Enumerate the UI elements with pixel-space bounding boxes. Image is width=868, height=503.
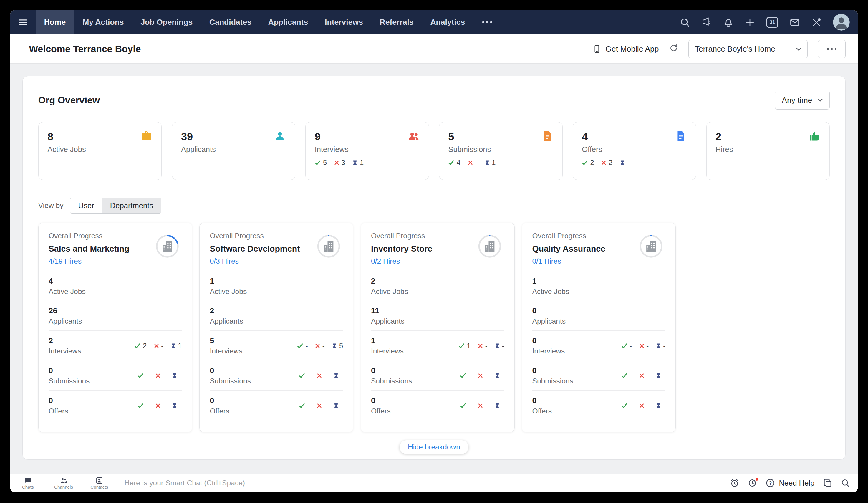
channels-label: Channels [54,484,73,490]
rejected-count: - [317,402,327,410]
stat-breakdown: - - 5 [297,342,343,350]
page-header: Welcome Terrance Boyle Get Mobile App Te… [10,34,858,64]
stat-breakdown: 4 - 1 [448,159,553,167]
nav-item-interviews[interactable]: Interviews [317,10,372,34]
tools-icon[interactable] [811,17,822,28]
department-card-inventory-store[interactable]: Overall Progress Inventory Store 0/2 Hir… [361,223,515,432]
dept-stat-interviews: 0Interviews - - - [533,330,666,360]
dept-stat-interviews: 2Interviews 2 - 1 [49,330,182,360]
header-more-button[interactable] [818,40,846,58]
overall-progress-label: Overall Progress [371,232,432,240]
dept-stat-submissions: 0Submissions - - - [49,360,182,390]
contacts-button[interactable]: Contacts [82,474,117,492]
recent-activity-icon[interactable] [747,478,757,488]
pending-count: 1 [352,159,364,167]
toggle-departments[interactable]: Departments [102,198,161,214]
notifications-icon[interactable] [723,17,734,28]
calendar-icon[interactable]: 31 [766,17,778,28]
overall-progress-label: Overall Progress [49,232,130,240]
building-progress-icon [475,232,504,261]
add-icon[interactable] [745,17,755,28]
rejected-count: 3 [334,159,345,167]
refresh-icon[interactable] [669,43,678,55]
stat-label: Interviews [315,145,420,154]
nav-item-candidates[interactable]: Candidates [201,10,260,34]
reminders-icon[interactable] [730,478,739,488]
dept-stat-submissions: 0Submissions - - - [210,360,343,390]
hires-link[interactable]: 0/2 Hires [371,257,400,265]
nav-item-job-openings[interactable]: Job Openings [132,10,201,34]
hires-link[interactable]: 0/3 Hires [210,257,238,265]
copy-icon[interactable] [823,478,833,488]
rejected-count: - [478,372,488,380]
department-card-software-development[interactable]: Overall Progress Software Development 0/… [199,223,353,432]
smart-chat-bar: Chats Channels Contacts ? Need He [10,474,858,492]
completed-count: - [299,372,309,380]
stat-card-applicants[interactable]: 39 Applicants [172,122,296,180]
completed-count: - [299,402,309,410]
stat-value: 5 [448,131,553,143]
nav-more-icon[interactable] [474,10,501,34]
calendar-day: 31 [769,19,775,25]
stat-card-offers[interactable]: 4 Offers 2 2 [573,122,696,180]
stat-label: Active Jobs [48,145,153,154]
avatar[interactable] [833,14,850,31]
department-name: Software Development [210,244,300,254]
main-content: Org Overview Any time 8 Active Jobs [10,64,858,474]
interviews-icon [407,130,420,142]
hide-breakdown-link[interactable]: Hide breakdown [400,440,469,454]
hires-link[interactable]: 0/1 Hires [533,257,561,265]
topnav-actions: 31 [680,10,858,34]
chevron-down-icon [796,48,802,51]
need-help-button[interactable]: ? Need Help [766,478,814,488]
smart-chat-input[interactable] [124,479,730,487]
dept-stat-applicants: 0Applicants [533,301,666,330]
search-icon[interactable] [841,478,850,488]
channels-icon [60,477,68,484]
nav-item-my-actions[interactable]: My Actions [74,10,132,34]
get-mobile-app-button[interactable]: Get Mobile App [592,44,659,54]
dept-stat-offers: 0Offers - - - [533,390,666,420]
chats-label: Chats [22,484,34,490]
dept-stat-interviews: 5Interviews - - 5 [210,330,343,360]
stat-card-interviews[interactable]: 9 Interviews 5 3 [305,122,429,180]
nav-item-home[interactable]: Home [35,10,74,34]
nav-item-analytics[interactable]: Analytics [422,10,474,34]
stat-breakdown: - - - [460,402,504,410]
department-name: Inventory Store [371,244,432,254]
rejected-count: - [468,159,478,167]
chats-button[interactable]: Chats [10,474,45,492]
building-progress-icon [314,232,343,261]
department-card-quality-assurance[interactable]: Overall Progress Quality Assurance 0/1 H… [522,223,676,432]
hamburger-menu-icon[interactable] [10,10,35,34]
dept-stat-active-jobs: 1Active Jobs [533,271,666,301]
help-icon: ? [766,478,775,488]
stat-breakdown: 2 2 - [582,159,687,167]
home-selector-dropdown[interactable]: Terrance Boyle's Home [689,40,808,58]
stat-card-active-jobs[interactable]: 8 Active Jobs [38,122,162,180]
stat-card-submissions[interactable]: 5 Submissions 4 - [439,122,563,180]
stat-value: 8 [48,131,153,143]
rejected-count: 2 [601,159,612,167]
app-window: Home My Actions Job Openings Candidates … [10,10,858,492]
department-card-sales-and-marketing[interactable]: Overall Progress Sales and Marketing 4/1… [38,223,192,432]
stat-card-hires[interactable]: 2 Hires [706,122,830,180]
svg-text:?: ? [769,480,772,486]
briefcase-icon [140,130,153,142]
stat-breakdown: 1 - - [458,342,504,350]
dept-stat-applicants: 2Applicants [210,301,343,330]
toggle-user[interactable]: User [70,198,102,214]
dept-stat-active-jobs: 1Active Jobs [210,271,343,301]
nav-item-referrals[interactable]: Referrals [371,10,422,34]
search-icon[interactable] [680,17,690,28]
mail-icon[interactable] [789,17,800,28]
channels-button[interactable]: Channels [45,474,81,492]
contacts-icon [96,477,103,484]
hires-link[interactable]: 4/19 Hires [49,257,82,265]
announcement-icon[interactable] [701,17,712,28]
rejected-count: - [639,342,649,350]
time-filter-dropdown[interactable]: Any time [775,91,830,110]
completed-count: - [621,372,632,380]
nav-item-applicants[interactable]: Applicants [260,10,316,34]
completed-count: 4 [448,159,461,167]
